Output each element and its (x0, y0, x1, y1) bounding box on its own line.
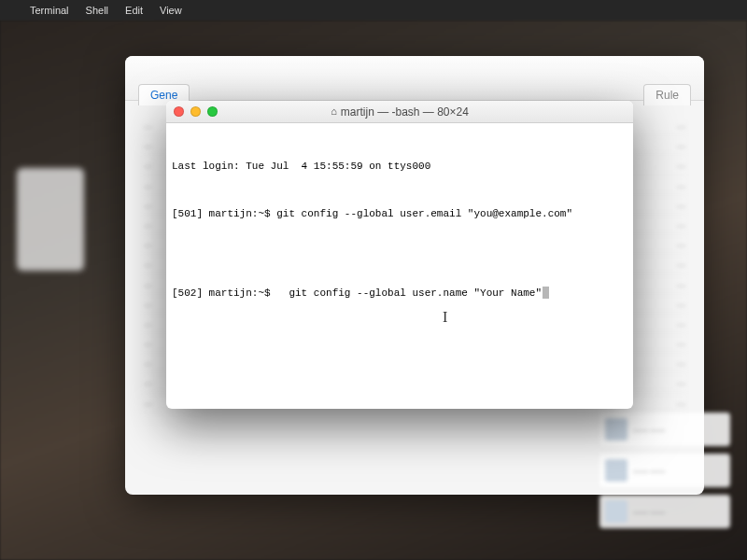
terminal-line: Last login: Tue Jul 4 15:55:59 on ttys00… (172, 159, 627, 175)
terminal-title-text: martijn — -bash — 80×24 (341, 105, 469, 119)
terminal-body[interactable]: Last login: Tue Jul 4 15:55:59 on ttys00… (166, 123, 633, 409)
minimize-button[interactable] (190, 106, 201, 117)
terminal-prompt-line: [502] martijn:~$ git config --global use… (172, 286, 627, 301)
terminal-line: [501] martijn:~$ git config --global use… (172, 206, 627, 222)
terminal-cursor (543, 287, 549, 299)
close-button[interactable] (174, 106, 184, 117)
system-menubar: Terminal Shell Edit View (0, 0, 747, 21)
background-window-titlebar[interactable]: Gene Rule (125, 56, 704, 101)
menubar-item-shell[interactable]: Shell (86, 5, 108, 16)
zoom-button[interactable] (207, 106, 218, 117)
terminal-window[interactable]: ⌂ martijn — -bash — 80×24 Last login: Tu… (166, 101, 633, 409)
background-window-tabs: Gene Rule (125, 56, 704, 105)
menubar-item-edit[interactable]: Edit (125, 5, 143, 16)
background-side-cards: —— —— —— —— —— —— (599, 413, 730, 528)
terminal-title: ⌂ martijn — -bash — 80×24 (166, 105, 633, 119)
traffic-lights (174, 106, 218, 117)
side-card: —— —— (599, 495, 730, 528)
home-icon: ⌂ (331, 106, 337, 117)
text-cursor-ibeam-icon: I (443, 306, 447, 329)
side-card: —— —— (599, 413, 730, 446)
background-floating-panel (17, 168, 84, 271)
side-card: —— —— (599, 454, 730, 487)
menubar-item-app[interactable]: Terminal (30, 5, 69, 16)
terminal-titlebar[interactable]: ⌂ martijn — -bash — 80×24 (166, 101, 633, 123)
menubar-item-view[interactable]: View (160, 5, 182, 16)
